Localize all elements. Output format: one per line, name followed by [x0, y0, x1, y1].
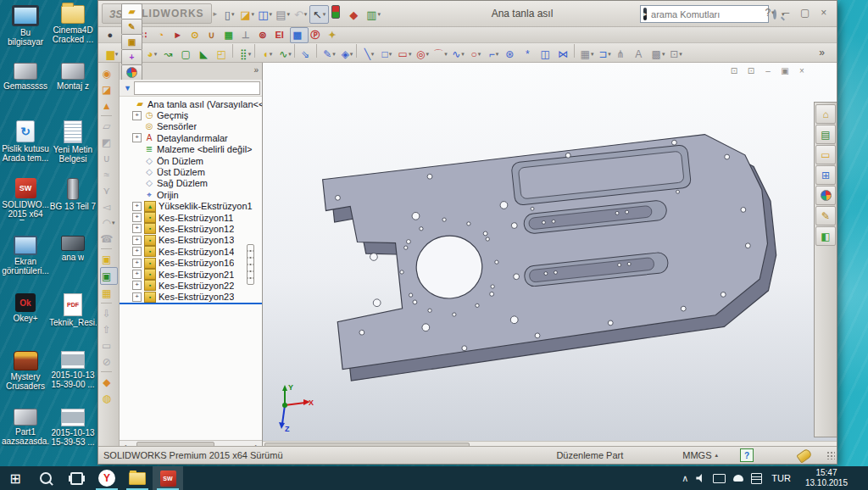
tree-sensorler[interactable]: + ◎ Sensörler [120, 121, 262, 132]
model-hole[interactable] [483, 231, 487, 236]
model-hole[interactable] [428, 309, 432, 313]
lt-midsurface-icon[interactable]: ◆ ▾ [101, 374, 117, 390]
task-view-button[interactable] [61, 466, 92, 490]
sketch-fillet-tool[interactable]: ⌐ ▾ [485, 46, 503, 63]
close-button[interactable]: × ▾ [818, 5, 833, 20]
tab-displaymanager[interactable] [121, 64, 142, 80]
panel-splitter-handle[interactable] [247, 244, 254, 285]
taskbar-clock[interactable]: 15:47 13.10.2015 [805, 468, 848, 488]
dropdown-caret-icon[interactable]: ▾ [371, 51, 375, 58]
tray-action-center-icon[interactable] [751, 473, 762, 484]
desktop-icon-teknik-resi[interactable]: PDF Teknik_Resi... [49, 292, 97, 349]
dropdown-caret-icon[interactable]: ▾ [679, 51, 682, 58]
language-indicator[interactable]: TUR [771, 473, 791, 483]
taskbar-solidworks[interactable]: SW [153, 466, 183, 490]
loft-button[interactable]: ◣ ▾ [197, 46, 214, 63]
spline-tool[interactable]: ∿ ▾ [449, 46, 467, 63]
mirror-entities-tool[interactable]: ⋈ ▾ [556, 46, 574, 63]
dropdown-caret-icon[interactable]: ▾ [332, 51, 336, 58]
smart-dimension-button[interactable]: ◈ ▾ [338, 46, 356, 63]
lt-knit-icon[interactable]: ☎ ▾ [101, 231, 117, 247]
lt-parting-icon[interactable]: ◍ ▾ [101, 390, 117, 406]
reference-geometry-button[interactable]: ⇘ ▾ [298, 46, 316, 63]
dropdown-caret-icon[interactable]: ▾ [323, 11, 326, 18]
tree-gecmis[interactable]: + ◷ Geçmiş [120, 109, 262, 120]
desktop-icon-ana-w[interactable]: ana w [49, 234, 97, 292]
expand-toggle[interactable]: + [132, 224, 142, 233]
dropdown-caret-icon[interactable]: ▾ [112, 220, 115, 226]
model-hole[interactable] [552, 220, 555, 223]
title-bar[interactable]: 3S SOLIDWORKS ▸ ▯ ▾ ◪ ▾ ◫ ▾ ▤ ▾ [98, 1, 837, 27]
lt-surface-loft-icon[interactable]: ◪ ▾ [101, 81, 117, 97]
dropdown-caret-icon[interactable]: ▾ [115, 51, 119, 58]
dropdown-caret-icon[interactable]: ▾ [350, 51, 353, 58]
traffic-light-icon[interactable]: ▾ [329, 3, 347, 20]
dropdown-caret-icon[interactable]: ▾ [478, 51, 481, 58]
dropdown-caret-icon[interactable]: ▾ [304, 11, 308, 18]
model-hole[interactable] [486, 237, 490, 242]
model-hole[interactable] [467, 222, 471, 226]
desktop-icon-yeni-metin-belgesi[interactable]: Yeni Metin Belgesi [49, 119, 97, 176]
tree-kes-ekstruzyon22[interactable]: + ▪ Kes-Ekstrüzyon22 [120, 280, 262, 291]
instant2d-tool[interactable]: ⊡ ▾ [667, 46, 685, 63]
model-hole[interactable] [511, 222, 517, 228]
dropdown-caret-icon[interactable]: ▾ [461, 51, 465, 58]
tree-kes-ekstruzyon11[interactable]: + ▪ Kes-Ekstrüzyon11 [120, 212, 262, 223]
expand-toggle[interactable]: + [132, 247, 142, 256]
addin-dimxpert-icon[interactable]: EI ▾ [273, 28, 290, 42]
tree-kes-ekstruzyon21[interactable]: + ▪ Kes-Ekstrüzyon21 [120, 269, 262, 280]
select-button[interactable]: ↖ ▾ [309, 5, 329, 24]
model-hole[interactable] [489, 292, 493, 296]
addin-featureworks-icon[interactable]: ► ▾ [171, 28, 188, 42]
dropdown-caret-icon[interactable]: ▾ [154, 51, 158, 58]
lt-thicken-icon[interactable]: ▣ ▾ [101, 251, 117, 267]
dropdown-caret-icon[interactable]: ▾ [608, 51, 611, 58]
desktop-icon-okey[interactable]: Ok Okey+ [2, 292, 49, 349]
dropdown-caret-icon[interactable]: ▾ [270, 11, 273, 18]
model-hole[interactable] [513, 274, 519, 280]
dropdown-caret-icon[interactable]: ▾ [288, 51, 292, 58]
open-button[interactable]: ◪ ▾ [238, 6, 256, 23]
taskpane-custom-properties[interactable]: ✎ [815, 206, 836, 226]
minimize-button[interactable]: – ▾ [781, 5, 796, 20]
fillet-button[interactable]: ◖ ▾ [259, 46, 276, 63]
model-hole[interactable] [442, 218, 447, 222]
child-tile-icon[interactable]: ⊡ [745, 64, 757, 76]
dropdown-caret-icon[interactable]: ▾ [270, 51, 273, 58]
model-hole[interactable] [544, 271, 548, 275]
desktop-icon-bg-13-teil-7[interactable]: BG 13 Teil 7 [49, 176, 97, 234]
model-hole[interactable] [554, 270, 557, 274]
linear-sketch-pattern-tool[interactable]: ▦ ▾ [578, 46, 596, 63]
dropdown-caret-icon[interactable]: ▾ [248, 51, 252, 58]
model-hole[interactable] [373, 298, 381, 307]
model-hole[interactable] [495, 260, 499, 264]
lt-planar-icon[interactable]: ▱ ▾ [101, 118, 117, 134]
desktop-icon-screenshot-1539-53[interactable]: 2015-10-13 15-39-53 ... [49, 407, 97, 465]
expand-toggle[interactable]: + [132, 133, 142, 142]
model-hole[interactable] [413, 300, 417, 304]
model-part[interactable] [322, 128, 785, 381]
tree-kes-ekstruzyon14[interactable]: + ▪ Kes-Ekstrüzyon14 [120, 246, 262, 257]
model-hole[interactable] [741, 207, 746, 212]
model-hole[interactable] [535, 333, 540, 338]
addin-key-icon[interactable]: ⊙ ▾ [188, 28, 205, 42]
dropdown-caret-icon[interactable]: ▾ [591, 51, 594, 58]
tab-featuremanager[interactable]: ▰ [121, 3, 142, 19]
model-hole[interactable] [510, 315, 519, 324]
model-hole[interactable] [359, 330, 364, 335]
model-hole[interactable] [500, 201, 509, 209]
dropdown-caret-icon[interactable]: ▾ [496, 51, 499, 58]
tree-on-duzlem[interactable]: + ◇ Ön Düzlem [120, 155, 262, 166]
expand-toggle[interactable]: + [132, 236, 142, 245]
model-hole[interactable] [617, 263, 620, 266]
rebuild-button[interactable]: ◆ ▾ [347, 6, 364, 23]
tree-yukseklik-ekstruzyon1[interactable]: + ▲ Yükseklik-Ekstrüzyon1 [120, 201, 262, 212]
expand-toggle[interactable]: + [132, 259, 142, 268]
model-hole[interactable] [681, 306, 686, 311]
lt-thickened-cut-icon[interactable]: ▣ ▾ [100, 267, 118, 285]
new-button[interactable]: ▯ ▾ [220, 6, 238, 23]
taskpane-design-library[interactable]: ▤ [815, 125, 836, 144]
child-minimize-button[interactable]: – [762, 64, 774, 76]
taskpane-file-explorer[interactable]: ▭ [815, 145, 836, 164]
addin-simulation-icon[interactable]: ▦ ▾ [222, 28, 239, 42]
